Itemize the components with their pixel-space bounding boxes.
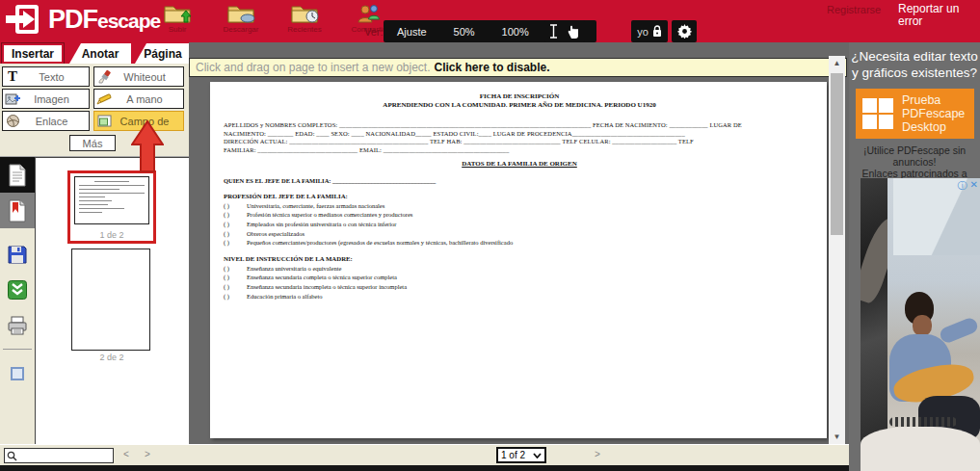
toolbar-label: Recientes bbox=[281, 25, 328, 34]
page-select-dropdown[interactable]: 1 of 2 bbox=[496, 447, 546, 463]
thumbnail-panel: 1 de 2 2 de 2 bbox=[35, 157, 189, 444]
doc-field-line: NACIMIENTO: ________ EDAD: ____ SEXO: __… bbox=[224, 130, 815, 139]
page-single-view-button[interactable] bbox=[0, 157, 35, 193]
right-sidebar: ¿Necesita editar texto y gráficos existe… bbox=[849, 42, 980, 471]
bottom-edge bbox=[0, 465, 849, 471]
search-box[interactable] bbox=[4, 448, 114, 463]
doc-jefe-line: QUIEN ES EL JEFE DE LA FAMILIA: ________… bbox=[224, 177, 815, 186]
bottom-bar: < > 1 of 2 > bbox=[0, 444, 849, 465]
view-label: Ver: bbox=[364, 26, 384, 38]
whiteout-button[interactable]: Whiteout bbox=[93, 66, 184, 87]
text-cursor-icon[interactable] bbox=[549, 24, 558, 39]
hand-cursor-icon[interactable] bbox=[567, 24, 580, 39]
insert-mode-banner[interactable]: Click and drag on page to insert a new o… bbox=[189, 58, 847, 77]
thumbnail-page-2-label: 2 de 2 bbox=[67, 353, 156, 362]
register-link[interactable]: Registrarse bbox=[827, 4, 881, 15]
toolbar-download-button[interactable]: Descargar bbox=[218, 3, 264, 34]
doc-option-text: Pequeños comerciantes/productores (egres… bbox=[247, 239, 513, 248]
folder-download-icon bbox=[226, 3, 255, 24]
doc-option-text: Educación primaria o alfabeto bbox=[247, 293, 323, 301]
next-page-button[interactable]: > bbox=[595, 449, 600, 459]
thumbnail-page-1-label: 1 de 2 bbox=[70, 230, 153, 240]
search-input[interactable] bbox=[17, 451, 106, 461]
checkbox-blank: ( ) bbox=[224, 230, 247, 239]
save-button[interactable] bbox=[0, 236, 35, 272]
search-prev-button[interactable]: < bbox=[123, 449, 129, 459]
tab-insertar[interactable]: Insertar bbox=[2, 43, 64, 64]
desktop-cta-button[interactable]: Prueba PDFescape Desktop bbox=[856, 89, 974, 139]
settings-button[interactable] bbox=[672, 20, 697, 42]
user-label: yo bbox=[637, 26, 649, 38]
strip-divider bbox=[3, 349, 32, 350]
pdfescape-app: PDFescape Subir Descargar bbox=[0, 0, 980, 471]
vertical-scrollbar[interactable]: ▲ ▼ bbox=[829, 56, 845, 444]
doc-option-text: Enseñanza universitaria o equivalente bbox=[247, 265, 341, 274]
pencil-icon bbox=[94, 92, 114, 106]
logo[interactable]: PDFescape bbox=[6, 4, 160, 35]
search-icon bbox=[7, 451, 17, 461]
annotation-arrow-up-icon bbox=[131, 119, 164, 173]
user-lock-button[interactable]: yo bbox=[631, 20, 668, 42]
banner-disable-link[interactable]: Click here to disable. bbox=[434, 61, 549, 74]
doc-option-row: ( )Empleados sin profesión universitaria… bbox=[224, 221, 815, 229]
zoom-100-button[interactable]: 100% bbox=[489, 26, 543, 38]
ad-blanket bbox=[861, 427, 980, 471]
checkbox-blank: ( ) bbox=[224, 202, 247, 211]
ad-phone-cord bbox=[889, 417, 957, 427]
checkbox-blank: ( ) bbox=[224, 211, 247, 220]
doc-option-text: Universitaria, comerciante, fuerzas arma… bbox=[247, 202, 384, 211]
tab-pagina[interactable]: Página bbox=[135, 43, 191, 64]
toolbar-upload-button[interactable]: Subir bbox=[154, 3, 200, 34]
zoom-50-button[interactable]: 50% bbox=[440, 26, 489, 38]
doc-option-text: Enseñanza secundaria incompleta o técnic… bbox=[247, 283, 407, 292]
zoom-fit-button[interactable]: Ajuste bbox=[384, 26, 440, 38]
doc-field-line: APELLIDOS y NOMBRES COMPLETOS: _________… bbox=[224, 121, 815, 130]
pdfescape-logo-icon bbox=[6, 4, 40, 35]
doc-option-row: ( )Enseñanza universitaria o equivalente bbox=[224, 265, 815, 274]
scrollbar-thumb[interactable] bbox=[831, 73, 843, 235]
whiteout-brush-icon bbox=[94, 69, 114, 85]
sidebar-question: ¿Necesita editar texto y gráficos existe… bbox=[851, 48, 978, 81]
scroll-up-icon[interactable]: ▲ bbox=[829, 56, 845, 70]
doc-option-row: ( )Pequeños comerciantes/productores (eg… bbox=[224, 239, 815, 248]
folder-recent-icon bbox=[290, 3, 319, 24]
deselect-view-button[interactable] bbox=[0, 355, 35, 391]
tab-anotar[interactable]: Anotar bbox=[69, 43, 131, 64]
a-mano-button[interactable]: A mano bbox=[93, 89, 184, 109]
print-button[interactable] bbox=[0, 307, 35, 343]
thumbnail-page-1[interactable]: 1 de 2 bbox=[67, 170, 156, 244]
left-icon-strip bbox=[0, 157, 35, 465]
doc-section-heading: DATOS DE LA FAMILIA DE ORIGEN bbox=[224, 160, 815, 169]
ad-person-face bbox=[913, 315, 932, 336]
chevron-down-icon bbox=[533, 453, 542, 458]
download-button[interactable] bbox=[0, 272, 35, 307]
pdf-page[interactable]: FICHA DE INSCRIPCIÓN APRENDIENDO CON LA … bbox=[210, 82, 827, 438]
ad-info-icon[interactable]: ⓘ bbox=[958, 179, 967, 193]
a-mano-label: A mano bbox=[114, 93, 175, 105]
checkbox-blank: ( ) bbox=[224, 293, 247, 301]
share-users-icon bbox=[354, 3, 383, 24]
page-thumbnails-button[interactable] bbox=[0, 193, 35, 228]
doc-option-row: ( )Enseñanza secundaria completa o técni… bbox=[224, 274, 815, 282]
lock-icon bbox=[652, 25, 662, 38]
toolbar-label: Descargar bbox=[218, 25, 264, 34]
logo-text: PDFescape bbox=[48, 5, 160, 35]
search-next-button[interactable]: > bbox=[145, 449, 150, 459]
doc-option-text: Obreros especializados bbox=[247, 230, 305, 239]
texto-button[interactable]: T Texto bbox=[2, 66, 90, 87]
enlace-button[interactable]: Enlace bbox=[2, 111, 90, 131]
sponsored-ad[interactable]: ⓘ ✕ bbox=[861, 178, 980, 471]
report-error-link[interactable]: Reportar un error bbox=[898, 3, 975, 28]
checkbox-blank: ( ) bbox=[224, 239, 247, 248]
doc-field-line: FAMILIAR: ______________________________… bbox=[224, 146, 815, 155]
ad-close-icon[interactable]: ✕ bbox=[970, 179, 978, 193]
doc-option-text: Profesión técnica superior o medianos co… bbox=[247, 211, 412, 220]
doc-option-row: ( )Profesión técnica superior o medianos… bbox=[224, 211, 815, 220]
imagen-button[interactable]: Imagen bbox=[2, 89, 90, 109]
toolbar-recent-button[interactable]: Recientes bbox=[281, 3, 328, 34]
thumbnail-page-2[interactable] bbox=[71, 249, 150, 351]
ad-photo-bw-strip bbox=[861, 178, 887, 471]
scroll-down-icon[interactable]: ▼ bbox=[829, 430, 845, 444]
whiteout-label: Whiteout bbox=[114, 71, 175, 83]
mas-button[interactable]: Más bbox=[69, 135, 116, 151]
